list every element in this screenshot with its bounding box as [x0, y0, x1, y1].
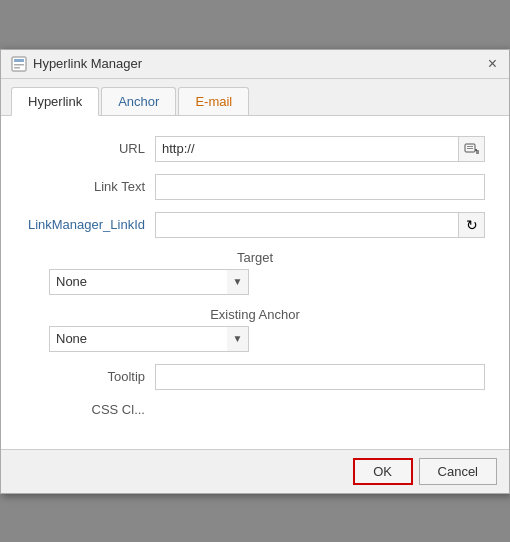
title-bar-left: Hyperlink Manager	[11, 56, 142, 72]
link-text-input-wrap	[155, 174, 485, 200]
css-label: CSS Cl...	[25, 402, 155, 417]
svg-rect-8	[475, 149, 477, 151]
dialog-footer: OK Cancel	[1, 449, 509, 493]
linkid-input-wrap: ↻	[155, 212, 485, 238]
tab-email[interactable]: E-mail	[178, 87, 249, 115]
linkid-input[interactable]	[155, 212, 459, 238]
form-content: URL Link Text	[1, 116, 509, 449]
refresh-button[interactable]: ↻	[459, 212, 485, 238]
dialog-icon	[11, 56, 27, 72]
url-row: URL	[25, 136, 485, 162]
url-input[interactable]	[155, 136, 459, 162]
tooltip-row: Tooltip	[25, 364, 485, 390]
linkid-row: LinkManager_LinkId ↻	[25, 212, 485, 238]
linkid-label: LinkManager_LinkId	[25, 217, 155, 232]
hyperlink-manager-dialog: Hyperlink Manager × Hyperlink Anchor E-m…	[0, 49, 510, 494]
svg-rect-2	[14, 64, 24, 66]
cancel-button[interactable]: Cancel	[419, 458, 497, 485]
close-button[interactable]: ×	[486, 56, 499, 72]
url-label: URL	[25, 141, 155, 156]
refresh-icon: ↻	[466, 217, 478, 233]
title-bar: Hyperlink Manager ×	[1, 50, 509, 79]
tabs-container: Hyperlink Anchor E-mail	[1, 79, 509, 116]
svg-rect-3	[14, 67, 20, 69]
link-text-label: Link Text	[25, 179, 155, 194]
url-browse-button[interactable]	[459, 136, 485, 162]
tab-anchor[interactable]: Anchor	[101, 87, 176, 115]
url-input-wrap	[155, 136, 485, 162]
target-label: Target	[25, 250, 485, 265]
tab-hyperlink[interactable]: Hyperlink	[11, 87, 99, 116]
svg-rect-5	[467, 146, 473, 147]
dialog-title: Hyperlink Manager	[33, 56, 142, 71]
target-section: Target None _blank _self _parent _top ▼	[25, 250, 485, 295]
existing-anchor-label: Existing Anchor	[25, 307, 485, 322]
link-text-row: Link Text	[25, 174, 485, 200]
ok-button[interactable]: OK	[353, 458, 413, 485]
svg-rect-6	[467, 148, 473, 149]
tooltip-input[interactable]	[155, 364, 485, 390]
tooltip-input-wrap	[155, 364, 485, 390]
css-row: CSS Cl...	[25, 402, 485, 417]
anchor-section: Existing Anchor None ▼	[25, 307, 485, 352]
target-select-wrap: None _blank _self _parent _top ▼	[49, 269, 249, 295]
anchor-select[interactable]: None	[49, 326, 249, 352]
link-text-input[interactable]	[155, 174, 485, 200]
target-select[interactable]: None _blank _self _parent _top	[49, 269, 249, 295]
svg-rect-1	[14, 59, 24, 62]
browse-icon	[464, 141, 480, 157]
anchor-select-wrap: None ▼	[49, 326, 249, 352]
tooltip-label: Tooltip	[25, 369, 155, 384]
